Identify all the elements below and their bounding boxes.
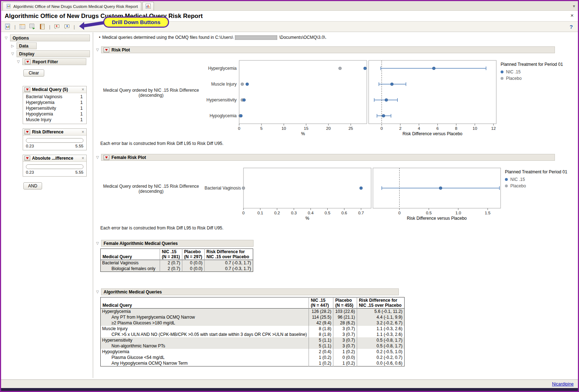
save-table-button[interactable] <box>28 23 37 31</box>
x-axis-label-risk-difference: Risk Difference versus Placebo <box>402 131 462 136</box>
help-button[interactable]: ? <box>570 24 573 30</box>
risk-difference-marker[interactable] <box>385 99 388 101</box>
filter-item-hypersensitivity[interactable]: Hypersensitivity1 <box>23 105 86 111</box>
filter-item-bacterial-vaginosis[interactable]: Bacterial Vaginosis1 <box>23 94 86 100</box>
filter-item-hypoglycemia[interactable]: Hypoglycemia1 <box>23 111 86 117</box>
category-label: Hyperglycemia <box>208 66 237 71</box>
sidebar-item-report-filter[interactable]: Report Filter <box>22 58 86 65</box>
medical-query-filter-title: Medical Query (5) <box>32 87 79 92</box>
medical-table-header[interactable]: Algorithmic Medical Queries <box>101 288 399 295</box>
risk-difference-filter-close-icon[interactable]: × <box>81 129 85 135</box>
female-table-header[interactable]: Female Algorithmic Medical Queries <box>101 240 254 247</box>
point-nic-15[interactable] <box>364 67 366 70</box>
data-table-button[interactable] <box>18 23 27 31</box>
medical-table-disclosure-icon[interactable]: ▽ <box>95 290 100 294</box>
risk-difference-range-slider[interactable] <box>26 138 83 143</box>
plot-panel-percent[interactable] <box>243 168 371 208</box>
point-placebo[interactable] <box>242 187 245 190</box>
category-label: Muscle Injury <box>211 82 237 87</box>
report-button[interactable] <box>3 23 12 31</box>
point-placebo[interactable] <box>241 83 244 86</box>
nic-cell: 8 (1.8) <box>309 332 333 337</box>
filter-item-hyperglycemia[interactable]: Hyperglycemia1 <box>23 100 86 105</box>
app-window: Algorithmic Office of New Drugs Custom M… <box>0 0 579 392</box>
filter-item-count: 1 <box>80 106 83 111</box>
sidebar-item-options[interactable]: Options <box>10 35 90 41</box>
risk-difference-marker[interactable] <box>439 187 442 190</box>
close-icon[interactable]: × <box>570 12 574 18</box>
filter-item-label: Hypoglycemia <box>26 111 53 117</box>
legend-marker-icon <box>505 184 508 187</box>
point-nic-15[interactable] <box>360 187 363 190</box>
medical-query-cell: Hypoglycemia <box>101 349 309 355</box>
tick-label: 0 <box>242 211 245 215</box>
nic-cell: 2 (0.7) <box>160 266 182 272</box>
options-disclosure-icon[interactable]: ▽ <box>4 36 8 40</box>
filter-item-muscle-injury[interactable]: Muscle Injury1 <box>23 117 86 123</box>
legend-item-nic-15[interactable]: NIC .15 <box>501 69 569 74</box>
placebo-cell: 3 (0.7) <box>333 326 357 332</box>
drill-down-previous-button[interactable] <box>53 23 61 31</box>
legend-item-placebo[interactable]: Placebo <box>501 76 569 81</box>
plot-panel-percent[interactable] <box>239 60 367 124</box>
tick-label: 10 <box>282 126 286 131</box>
tick-label: 0 <box>398 211 400 215</box>
risk-difference-marker[interactable] <box>391 83 393 86</box>
plot-panel-risk-difference[interactable] <box>369 60 496 124</box>
point-nic-15[interactable] <box>243 99 246 101</box>
risk-difference-marker[interactable] <box>382 114 385 117</box>
risk-difference-cell: 3.2 (-0.2, 6.7) <box>357 320 404 326</box>
medical-query-red-triangle-icon[interactable] <box>24 87 30 92</box>
female-risk-plot-header[interactable]: Female Risk Plot <box>101 154 555 161</box>
sidebar-item-display[interactable]: Display <box>17 50 90 57</box>
column-header: Placebo(N = 455) <box>333 297 357 309</box>
female-risk-plot-red-triangle-icon[interactable] <box>104 155 109 160</box>
report-filter-red-triangle-icon[interactable] <box>25 59 31 64</box>
risk-plot-chart: Medical Query ordered by NIC .15 Risk Di… <box>99 58 578 138</box>
medical-query-cell: Hypersensitivity <box>101 337 309 343</box>
medical-query-cell: Hyperglycemia <box>101 309 309 315</box>
risk-plot-red-triangle-icon[interactable] <box>104 47 109 53</box>
female-risk-plot-disclosure-icon[interactable]: ▽ <box>95 156 100 159</box>
risk-plot-ylabel: Medical Query ordered by NIC .15 Risk Di… <box>99 88 203 108</box>
chart-tab[interactable] <box>142 2 154 10</box>
display-disclosure-icon[interactable]: ▽ <box>10 52 15 56</box>
tick-label: 0.6 <box>341 211 347 215</box>
legend-item-nic-15[interactable]: NIC .15 <box>505 177 573 182</box>
risk-plot-header[interactable]: Risk Plot <box>101 46 555 53</box>
female-table-disclosure-icon[interactable]: ▽ <box>95 242 100 245</box>
point-nic-15[interactable] <box>246 83 249 86</box>
tabstrip-menu-icon[interactable]: ▾ <box>573 4 575 9</box>
point-placebo[interactable] <box>339 67 342 70</box>
medical-query-filter-close-icon[interactable]: × <box>81 87 85 92</box>
legend-item-label: Placebo <box>510 183 526 188</box>
risk-plot-disclosure-icon[interactable]: ▽ <box>95 48 100 52</box>
study-link[interactable]: Nicardipine <box>552 382 574 387</box>
redacted-username <box>235 35 277 40</box>
drill-down-next-button[interactable] <box>63 23 72 31</box>
report-tab[interactable]: Algorithmic Office of New Drugs Custom M… <box>3 2 141 10</box>
and-button[interactable]: AND <box>23 182 42 190</box>
legend-item-placebo[interactable]: Placebo <box>505 183 573 188</box>
point-nic-15[interactable] <box>240 114 242 117</box>
data-disclosure-icon[interactable]: ▷ <box>10 44 15 48</box>
x-axis-label-percent: % <box>301 131 305 136</box>
report-filter-disclosure-icon[interactable]: ▽ <box>16 60 20 64</box>
placebo-cell: 1 (0.2) <box>333 360 357 366</box>
absolute-risk-difference-range-slider[interactable] <box>26 164 83 169</box>
sidebar-item-data[interactable]: Data <box>17 42 37 49</box>
table-row: Hypoglycemia2 (0.4)1 (0.2)0.2 (-0.5, 1.0… <box>101 349 405 355</box>
clear-filter-button[interactable]: Clear <box>23 69 44 77</box>
category-label: Hypoglycemia <box>210 113 237 118</box>
risk-difference-cell: 5.6 (-0.1, 11.2) <box>357 309 404 315</box>
placebo-cell: 1 (0.2) <box>333 349 357 355</box>
save-table-icon <box>29 23 36 30</box>
absolute-risk-difference-red-triangle-icon[interactable] <box>24 156 30 161</box>
absolute-risk-difference-filter-close-icon[interactable]: × <box>81 156 85 161</box>
note-suffix: \Documents\OCMQ\3.0\. <box>279 35 326 40</box>
journal-button[interactable] <box>38 23 47 31</box>
risk-difference-red-triangle-icon[interactable] <box>24 129 30 135</box>
risk-difference-marker[interactable] <box>432 67 435 70</box>
journal-icon <box>39 23 46 30</box>
nic-cell: 5 (1.1) <box>309 343 333 349</box>
